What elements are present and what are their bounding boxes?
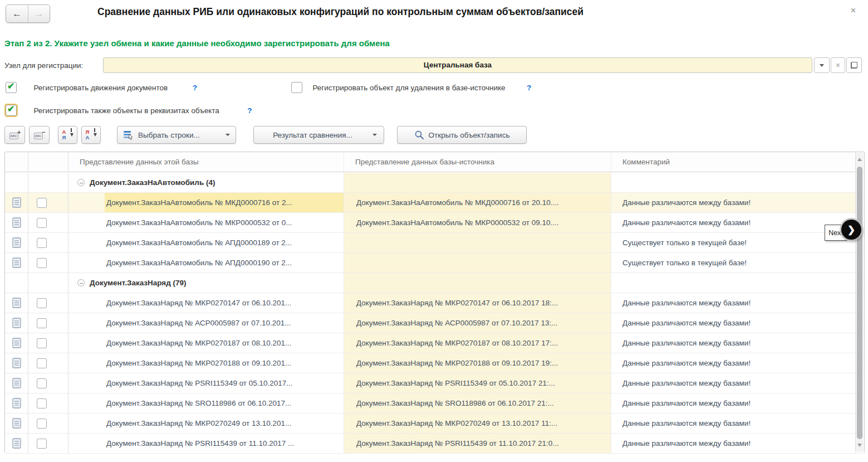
sort-ascending-button[interactable]: АЯ [58,126,77,144]
table-row[interactable]: Документ.ЗаказНаАвтомобиль № АПД0000189 … [5,233,864,253]
column-header-comment[interactable]: Комментарий [611,152,856,172]
cell-this-base[interactable]: Документ.ЗаказНаряд № PSRI115439 от 11.1… [68,434,344,453]
row-checkbox[interactable] [37,238,47,248]
row-checkbox[interactable] [37,378,47,388]
table-row[interactable]: Документ.ЗаказНаАвтомобиль № АПД0000190 … [5,253,864,273]
cell-this-base[interactable]: Документ.ЗаказНаАвтомобиль № АПД0000190 … [68,253,344,273]
column-header-this-base[interactable]: Представление данных этой базы [68,152,344,172]
row-checkbox[interactable] [37,358,47,368]
row-checkbox[interactable] [37,419,47,429]
compare-result-button[interactable]: Результат сравнения... [253,126,384,144]
cell-source-base[interactable]: Документ.ЗаказНаряд № АСР0005987 от 07.1… [344,313,611,333]
cell-comment[interactable]: Данные различаются между базами! [611,193,856,212]
table-row[interactable]: Документ.ЗаказНаАвтомобиль № МКР0000532 … [5,213,864,233]
sort-descending-button[interactable]: ЯА [81,126,101,144]
node-clear-button[interactable]: × [831,57,845,73]
cell-comment[interactable]: Данные различаются между базами! [611,313,856,333]
table-row[interactable]: Документ.ЗаказНаряд № SRO118986 от 06.10… [5,393,864,414]
scrollbar-thumb[interactable] [857,167,862,439]
cell-this-base[interactable]: Документ.ЗаказНаряд (79) [68,273,344,293]
cell-this-base[interactable]: Документ.ЗаказНаАвтомобиль № АПД0000189 … [68,233,344,252]
cell-source-base[interactable]: Документ.ЗаказНаряд № PSRI115349 от 05.1… [344,373,611,393]
cell-source-base[interactable]: Документ.ЗаказНаАвтомобиль № МКД0000716 … [344,193,611,212]
register-attributes-checkbox[interactable] [6,105,17,116]
row-checkbox[interactable] [37,318,47,328]
row-checkbox[interactable] [37,439,47,449]
forward-button[interactable]: → [28,5,50,22]
table-row[interactable]: Документ.ЗаказНаряд № АСР0005987 от 07.1… [5,313,864,333]
cell-source-base[interactable] [344,273,611,293]
row-checkbox[interactable] [37,398,47,408]
cell-source-base[interactable]: Документ.ЗаказНаАвтомобиль № МКР0000532 … [344,213,611,232]
group-row[interactable]: Документ.ЗаказНаряд (79) [5,273,864,293]
cell-this-base[interactable]: Документ.ЗаказНаряд № АСР0005987 от 07.1… [68,313,344,333]
vertical-scrollbar[interactable] [855,153,864,452]
cell-comment[interactable]: Данные различаются между базами! [611,213,856,232]
table-row[interactable]: Документ.ЗаказНаряд № МКР0270187 от 08.1… [5,333,864,353]
group-row[interactable]: Документ.ЗаказНаАвтомобиль (4) [5,173,864,193]
cell-source-base[interactable]: Документ.ЗаказНаряд № МКР0270187 от 08.1… [344,333,611,353]
row-checkbox[interactable] [37,298,47,308]
cell-comment[interactable]: Данные различаются между базами! [611,333,856,353]
cell-comment[interactable] [611,273,856,293]
cell-comment[interactable]: Существует только в текущей базе! [611,233,856,252]
cell-source-base[interactable] [344,173,611,192]
cell-this-base[interactable]: Документ.ЗаказНаряд № МКР0270147 от 06.1… [68,293,344,313]
cell-source-base[interactable]: Документ.ЗаказНаряд № МКР0270249 от 13.1… [344,414,611,433]
column-header-source-base[interactable]: Представление данных базы-источника [344,152,611,172]
collapse-group-icon[interactable] [77,179,85,186]
register-attributes-help[interactable]: ? [247,106,252,115]
cell-this-base[interactable]: Документ.ЗаказНаряд № PSRI115349 от 05.1… [68,373,344,393]
scroll-up-icon[interactable] [857,158,862,161]
cell-comment[interactable] [611,173,856,192]
table-row[interactable]: Документ.ЗаказНаряд № МКР0270249 от 13.1… [5,414,864,434]
cell-this-base[interactable]: Документ.ЗаказНаряд № МКР0270187 от 08.1… [68,333,344,353]
column-header-icon[interactable] [5,152,28,172]
register-movements-help[interactable]: ? [193,84,197,92]
cell-source-base[interactable]: Документ.ЗаказНаряд № МКР0270147 от 06.1… [344,293,611,313]
cell-comment[interactable]: Данные различаются между базами! [611,353,856,373]
cell-this-base[interactable]: Документ.ЗаказНаАвтомобиль (4) [68,173,344,192]
select-rows-button[interactable]: Выбрать строки... [117,126,236,144]
register-movements-checkbox[interactable] [6,82,17,93]
table-row[interactable]: Документ.ЗаказНаряд № МКР0270147 от 06.1… [5,293,864,313]
row-checkbox[interactable] [37,198,47,208]
cell-comment[interactable]: Данные различаются между базами! [611,393,856,413]
back-button[interactable]: ← [6,5,28,22]
open-object-button[interactable]: Открыть объект/запись [397,126,527,144]
table-row[interactable]: Документ.ЗаказНаряд № МКР0270188 от 09.1… [5,353,864,373]
row-checkbox[interactable] [37,218,47,228]
cell-this-base[interactable]: Документ.ЗаказНаряд № SRO118986 от 06.10… [68,393,344,413]
row-checkbox[interactable] [37,338,47,348]
next-button[interactable]: ❯ [841,220,861,240]
scroll-down-icon[interactable] [857,444,862,447]
column-header-checkbox[interactable] [28,152,68,172]
cell-comment[interactable]: Данные различаются между базами! [611,434,856,453]
register-deletion-help[interactable]: ? [527,84,531,92]
collapse-groups-button[interactable]: авс− [29,126,50,144]
row-checkbox[interactable] [37,258,47,268]
cell-source-base[interactable] [344,233,611,252]
cell-source-base[interactable]: Документ.ЗаказНаряд № SRO118986 от 06.10… [344,393,611,413]
expand-groups-button[interactable]: авс+ [4,126,25,144]
cell-this-base[interactable]: Документ.ЗаказНаряд № МКР0270188 от 09.1… [68,353,344,373]
register-deletion-checkbox[interactable] [291,82,302,93]
cell-source-base[interactable] [344,253,611,273]
table-row[interactable]: Документ.ЗаказНаряд № PSRI115439 от 11.1… [5,434,864,454]
table-row[interactable]: Документ.ЗаказНаАвтомобиль № МКД0000716 … [5,193,864,213]
cell-comment[interactable]: Данные различаются между базами! [611,373,856,393]
cell-this-base[interactable]: Документ.ЗаказНаАвтомобиль № МКД0000716 … [68,193,344,212]
collapse-group-icon[interactable] [77,279,85,286]
node-choose-button[interactable] [846,57,862,73]
cell-source-base[interactable]: Документ.ЗаказНаряд № МКР0270188 от 09.1… [344,353,611,373]
node-input[interactable]: Центральная база [103,57,812,73]
node-dropdown-button[interactable] [814,57,830,73]
cell-this-base[interactable]: Документ.ЗаказНаряд № МКР0270249 от 13.1… [68,414,344,433]
cell-source-base[interactable]: Документ.ЗаказНаряд № PSRI115439 от 11.1… [344,434,611,453]
table-row[interactable]: Документ.ЗаказНаряд № PSRI115349 от 05.1… [5,373,864,393]
cell-comment[interactable]: Данные различаются между базами! [611,414,856,433]
cell-this-base[interactable]: Документ.ЗаказНаАвтомобиль № МКР0000532 … [68,213,344,232]
cell-comment[interactable]: Данные различаются между базами! [611,293,856,313]
close-icon[interactable]: × [851,6,856,16]
cell-comment[interactable]: Существует только в текущей базе! [611,253,856,273]
